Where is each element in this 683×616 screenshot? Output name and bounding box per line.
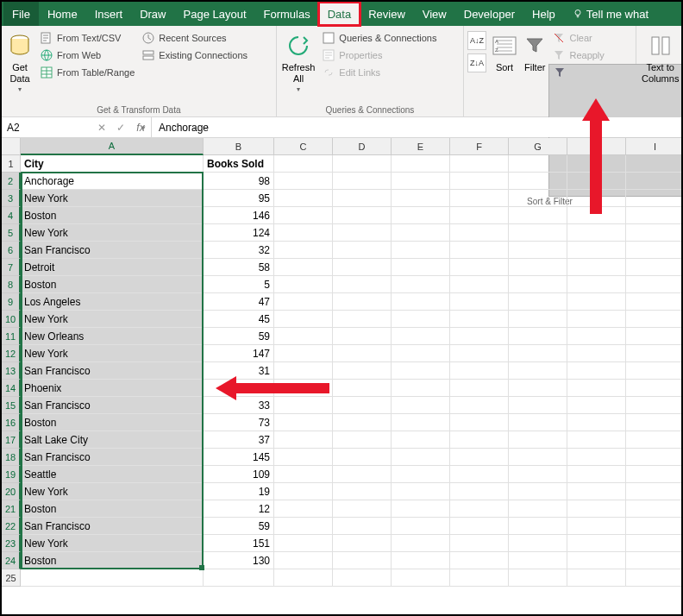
cell[interactable] bbox=[333, 276, 392, 293]
cell[interactable] bbox=[567, 483, 626, 500]
cell[interactable] bbox=[567, 466, 626, 483]
cell[interactable]: 58 bbox=[204, 259, 274, 276]
cell[interactable] bbox=[567, 569, 626, 587]
cell[interactable] bbox=[333, 466, 392, 483]
fx-icon[interactable]: fx bbox=[130, 122, 151, 134]
cell[interactable] bbox=[450, 483, 509, 500]
cell[interactable] bbox=[567, 414, 626, 431]
cell[interactable]: 151 bbox=[204, 535, 274, 552]
cell[interactable] bbox=[392, 276, 450, 293]
cell[interactable] bbox=[626, 224, 683, 242]
tab-insert[interactable]: Insert bbox=[86, 2, 132, 26]
cell[interactable] bbox=[274, 293, 333, 311]
cell[interactable] bbox=[567, 190, 626, 207]
cell[interactable]: Boston bbox=[21, 276, 204, 293]
cell[interactable] bbox=[626, 397, 683, 414]
cell[interactable]: 45 bbox=[204, 311, 274, 328]
cell[interactable] bbox=[333, 535, 392, 552]
cell[interactable]: 47 bbox=[204, 293, 274, 311]
cell[interactable] bbox=[450, 380, 509, 397]
row-header-14[interactable]: 14 bbox=[2, 380, 21, 397]
cell[interactable] bbox=[567, 328, 626, 345]
cell[interactable] bbox=[567, 155, 626, 173]
cell[interactable] bbox=[626, 328, 683, 345]
cell[interactable] bbox=[333, 518, 392, 535]
cell[interactable] bbox=[509, 397, 567, 414]
tab-data[interactable]: Data bbox=[319, 2, 360, 26]
cell[interactable] bbox=[333, 224, 392, 242]
tab-formulas[interactable]: Formulas bbox=[255, 2, 319, 26]
cell[interactable]: Boston bbox=[21, 207, 204, 224]
cell[interactable] bbox=[392, 173, 450, 190]
cell[interactable] bbox=[392, 483, 450, 500]
recent-sources-button[interactable]: Recent Sources bbox=[138, 29, 251, 47]
cell[interactable] bbox=[450, 293, 509, 311]
row-header-18[interactable]: 18 bbox=[2, 449, 21, 466]
cell[interactable] bbox=[333, 483, 392, 500]
cell[interactable]: 73 bbox=[204, 414, 274, 431]
cell[interactable] bbox=[274, 431, 333, 449]
cell[interactable] bbox=[509, 173, 567, 190]
cell[interactable] bbox=[274, 242, 333, 259]
cell[interactable] bbox=[450, 431, 509, 449]
queries-connections-button[interactable]: Queries & Connections bbox=[318, 29, 440, 47]
cell[interactable] bbox=[626, 466, 683, 483]
cell[interactable] bbox=[392, 397, 450, 414]
confirm-formula-button[interactable]: ✓ bbox=[111, 122, 130, 134]
cell[interactable] bbox=[274, 552, 333, 569]
cell[interactable] bbox=[509, 552, 567, 569]
cell[interactable] bbox=[450, 259, 509, 276]
cell[interactable] bbox=[333, 397, 392, 414]
cell[interactable] bbox=[274, 466, 333, 483]
cell[interactable] bbox=[626, 173, 683, 190]
cell[interactable] bbox=[450, 276, 509, 293]
row-header-10[interactable]: 10 bbox=[2, 311, 21, 328]
tab-page-layout[interactable]: Page Layout bbox=[175, 2, 255, 26]
cell[interactable]: Phoenix bbox=[21, 380, 204, 397]
cell[interactable] bbox=[567, 276, 626, 293]
row-header-9[interactable]: 9 bbox=[2, 293, 21, 311]
row-header-4[interactable]: 4 bbox=[2, 207, 21, 224]
cell[interactable]: 109 bbox=[204, 466, 274, 483]
cell[interactable]: Boston bbox=[21, 414, 204, 431]
cell[interactable] bbox=[450, 190, 509, 207]
cell[interactable] bbox=[450, 311, 509, 328]
cell[interactable] bbox=[392, 449, 450, 466]
cell[interactable] bbox=[567, 500, 626, 518]
cell[interactable] bbox=[204, 569, 274, 587]
cell[interactable] bbox=[392, 190, 450, 207]
tab-file[interactable]: File bbox=[3, 2, 39, 26]
cell[interactable] bbox=[509, 535, 567, 552]
cell[interactable] bbox=[333, 552, 392, 569]
cell[interactable]: 5 bbox=[204, 276, 274, 293]
cell[interactable] bbox=[450, 224, 509, 242]
cell[interactable] bbox=[392, 242, 450, 259]
cell[interactable] bbox=[333, 173, 392, 190]
cell[interactable] bbox=[274, 173, 333, 190]
filter-button[interactable]: Filter bbox=[521, 28, 548, 73]
cell[interactable] bbox=[333, 311, 392, 328]
cell[interactable]: San Francisco bbox=[21, 397, 204, 414]
row-header-20[interactable]: 20 bbox=[2, 483, 21, 500]
select-all-corner[interactable] bbox=[2, 138, 21, 155]
cell[interactable] bbox=[626, 500, 683, 518]
cell[interactable]: Boston bbox=[21, 500, 204, 518]
column-header-B[interactable]: B bbox=[204, 138, 274, 155]
row-header-5[interactable]: 5 bbox=[2, 224, 21, 242]
cell[interactable] bbox=[333, 190, 392, 207]
cell[interactable] bbox=[509, 155, 567, 173]
cell[interactable] bbox=[567, 518, 626, 535]
cell[interactable]: Boston bbox=[21, 552, 204, 569]
cell[interactable] bbox=[626, 431, 683, 449]
cell[interactable]: New York bbox=[21, 311, 204, 328]
cell[interactable] bbox=[509, 483, 567, 500]
cell[interactable] bbox=[509, 569, 567, 587]
cell[interactable]: 31 bbox=[204, 362, 274, 380]
cell[interactable] bbox=[392, 293, 450, 311]
cell[interactable] bbox=[567, 431, 626, 449]
cell[interactable] bbox=[274, 207, 333, 224]
cell[interactable] bbox=[274, 190, 333, 207]
cell[interactable]: 12 bbox=[204, 500, 274, 518]
cell[interactable] bbox=[392, 362, 450, 380]
cell[interactable] bbox=[392, 414, 450, 431]
